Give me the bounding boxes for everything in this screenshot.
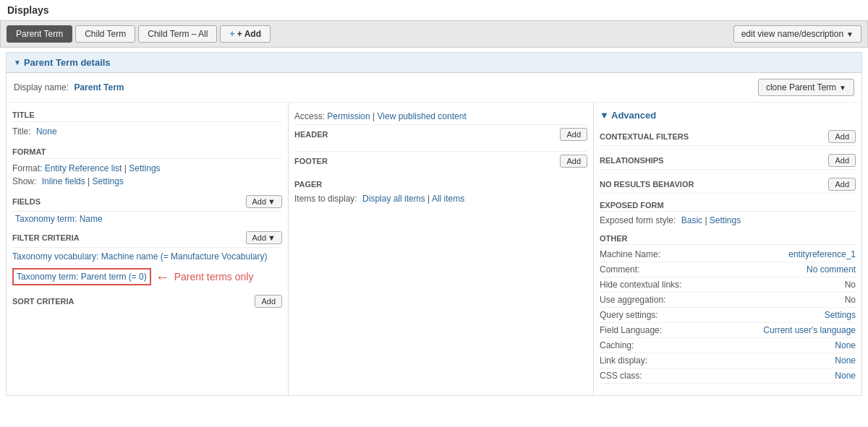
header-section: HEADER Add xyxy=(294,124,587,144)
tab-child-term-all[interactable]: Child Term – All xyxy=(138,25,217,43)
all-items-link[interactable]: All items xyxy=(432,194,464,204)
no-results-section: NO RESULTS BEHAVIOR Add xyxy=(600,176,856,194)
chevron-down-icon: ▼ xyxy=(846,30,854,38)
css-class-link[interactable]: None xyxy=(835,371,856,381)
title-section: TITLE Title: None xyxy=(12,108,282,138)
left-column: TITLE Title: None FORMAT Format: Entity … xyxy=(7,103,289,395)
parent-term-highlighted-item[interactable]: Taxonomy term: Parent term (= 0) xyxy=(12,268,151,285)
clone-parent-term-button[interactable]: clone Parent Term ▼ xyxy=(758,79,854,96)
format-row: Format: Entity Reference list | Settings xyxy=(12,162,282,175)
sort-criteria-section: SORT CRITERIA Add xyxy=(12,295,282,308)
filter-criteria-section: FILTER CRITERIA Add ▼ Taxonomy vocabular… xyxy=(12,231,282,288)
tabs-bar: Parent Term Child Term Child Term – All … xyxy=(0,20,868,48)
access-row: Access: Permission | View published cont… xyxy=(294,108,587,124)
header-add-button[interactable]: Add xyxy=(560,128,587,141)
list-item: CSS class: None xyxy=(600,368,856,384)
annotation-text: Parent terms only xyxy=(174,271,254,282)
tabs-left: Parent Term Child Term Child Term – All … xyxy=(7,25,271,43)
list-item: Caching: None xyxy=(600,338,856,353)
taxonomy-term-name-link[interactable]: Taxonomy term: Name xyxy=(12,212,106,226)
chevron-down-icon: ▼ xyxy=(268,197,276,206)
sort-criteria-add-button[interactable]: Add xyxy=(255,295,282,308)
add-display-button[interactable]: + + Add xyxy=(220,25,271,43)
list-item: Field Language: Current user's language xyxy=(600,323,856,338)
contextual-filters-add-button[interactable]: Add xyxy=(828,130,856,143)
format-settings-link[interactable]: Settings xyxy=(129,163,160,173)
main-section-panel: ▼ Parent Term details Display name: Pare… xyxy=(6,52,862,396)
triangle-icon: ▼ xyxy=(14,59,21,66)
show-settings-link[interactable]: Settings xyxy=(93,176,124,186)
edit-view-name-button[interactable]: edit view name/description ▼ xyxy=(733,25,861,43)
format-section: FORMAT Format: Entity Reference list | S… xyxy=(12,145,282,188)
tab-child-term[interactable]: Child Term xyxy=(75,25,135,43)
show-value-link[interactable]: Inline fields xyxy=(42,176,85,186)
query-settings-link[interactable]: Settings xyxy=(825,310,856,320)
filter-criteria-add-button[interactable]: Add ▼ xyxy=(246,231,282,244)
parent-term-filter-link[interactable]: Taxonomy term: Parent term (= 0) xyxy=(17,272,147,282)
parent-term-filter-row: Taxonomy term: Parent term (= 0) ← Paren… xyxy=(12,266,282,288)
show-row: Show: Inline fields | Settings xyxy=(12,175,282,188)
tab-parent-term[interactable]: Parent Term xyxy=(7,25,72,43)
caching-link[interactable]: None xyxy=(835,340,856,350)
page-header: Displays xyxy=(0,0,868,20)
list-item: Use aggregation: No xyxy=(600,293,856,308)
list-item: Comment: No comment xyxy=(600,262,856,277)
exposed-form-basic-link[interactable]: Basic xyxy=(681,215,702,225)
contextual-filters-section: CONTEXTUAL FILTERS Add xyxy=(600,128,856,146)
list-item: Hide contextual links: No xyxy=(600,277,856,293)
fields-section: FIELDS Add ▼ Taxonomy term: Name xyxy=(12,195,282,224)
exposed-form-style-row: Exposed form style: Basic | Settings xyxy=(600,214,856,227)
list-item: Link display: None xyxy=(600,353,856,368)
footer-section: FOOTER Add xyxy=(294,151,587,171)
list-item: Machine Name: entityreference_1 xyxy=(600,247,856,262)
vocabulary-machine-name-link[interactable]: Taxonomy vocabulary: Machine name (= Man… xyxy=(12,250,282,263)
middle-column: Access: Permission | View published cont… xyxy=(289,103,594,395)
field-language-link[interactable]: Current user's language xyxy=(763,325,856,335)
advanced-header: ▼ Advanced xyxy=(600,108,856,122)
footer-add-button[interactable]: Add xyxy=(560,155,587,168)
section-header: ▼ Parent Term details xyxy=(7,53,861,73)
list-item: Taxonomy vocabulary: Machine name (= Man… xyxy=(12,250,282,263)
pager-items-row: Items to display: Display all items | Al… xyxy=(294,191,587,207)
pager-section: PAGER Items to display: Display all item… xyxy=(294,178,587,207)
right-column: ▼ Advanced CONTEXTUAL FILTERS Add RELATI… xyxy=(594,103,861,395)
link-display-link[interactable]: None xyxy=(835,355,856,366)
display-name-row: Display name: Parent Term clone Parent T… xyxy=(7,73,861,103)
view-published-content-link[interactable]: View published content xyxy=(378,111,467,121)
list-item: Query settings: Settings xyxy=(600,308,856,323)
other-section: OTHER Machine Name: entityreference_1 Co… xyxy=(600,233,856,384)
access-permission-link[interactable]: Permission xyxy=(327,111,370,121)
red-arrow-icon: ← xyxy=(156,269,170,285)
other-rows: Machine Name: entityreference_1 Comment:… xyxy=(600,247,856,384)
three-col-layout: TITLE Title: None FORMAT Format: Entity … xyxy=(7,103,861,395)
relationships-section: RELATIONSHIPS Add xyxy=(600,152,856,170)
display-all-items-link[interactable]: Display all items xyxy=(362,194,425,204)
chevron-down-icon: ▼ xyxy=(839,84,846,92)
no-results-add-button[interactable]: Add xyxy=(828,178,856,191)
title-value-row: Title: None xyxy=(12,125,282,138)
fields-add-button[interactable]: Add ▼ xyxy=(246,195,282,208)
page-title: Displays xyxy=(0,0,868,20)
exposed-form-settings-link[interactable]: Settings xyxy=(710,215,741,225)
format-value-link[interactable]: Entity Reference list xyxy=(45,163,122,173)
chevron-down-icon: ▼ xyxy=(268,233,276,242)
relationships-add-button[interactable]: Add xyxy=(828,154,856,167)
exposed-form-section: EXPOSED FORM Exposed form style: Basic |… xyxy=(600,199,856,227)
